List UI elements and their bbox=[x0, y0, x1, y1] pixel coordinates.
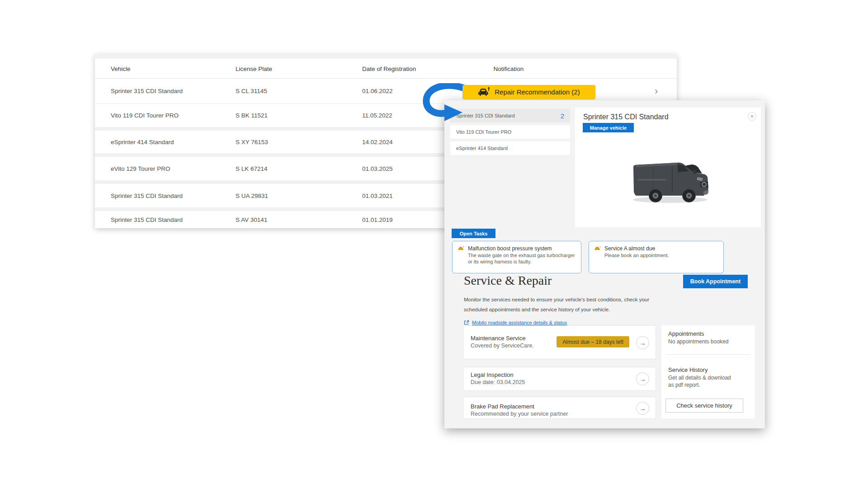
table-header-row: Vehicle License Plate Date of Registrati… bbox=[95, 59, 677, 79]
vehicle-cell: Vito 119 CDI Tourer PRO bbox=[111, 104, 179, 127]
service-card-title: Brake Pad Replacement bbox=[471, 403, 534, 410]
task-card-service-due[interactable]: Service A almost due Please book an appo… bbox=[589, 241, 724, 273]
notification-count-badge: 2 bbox=[561, 112, 564, 120]
vehicle-list-label: eSprinter 414 Standard bbox=[456, 145, 508, 151]
column-header-license-plate: License Plate bbox=[236, 59, 272, 79]
task-title: Malfunction boost pressure system bbox=[468, 245, 552, 252]
vehicle-list-label: Sprinter 315 CDI Standard bbox=[456, 113, 515, 118]
plate-cell: S XY 76153 bbox=[236, 131, 268, 153]
service-history-title: Service History bbox=[668, 366, 708, 373]
repair-recommendation-label: Repair Recommendation (2) bbox=[495, 88, 580, 96]
vehicle-list-item-selected[interactable]: Sprinter 315 CDI Standard 2 bbox=[450, 109, 570, 122]
almost-due-badge: Almost due – 18 days left bbox=[557, 336, 629, 347]
external-link-icon bbox=[464, 320, 469, 325]
page: Vehicle License Plate Date of Registrati… bbox=[0, 0, 868, 488]
service-repair-description: Monitor the services needed to ensure yo… bbox=[464, 295, 659, 315]
date-cell: 01.03.2025 bbox=[362, 157, 393, 180]
arrow-right-icon[interactable]: → bbox=[636, 402, 649, 415]
task-title: Service A almost due bbox=[604, 245, 655, 252]
service-repair-heading: Service & Repair bbox=[464, 273, 552, 288]
service-card-subtitle: Recommended by your service partner bbox=[471, 411, 568, 417]
service-card-title: Legal Inspection bbox=[471, 371, 514, 378]
plate-cell: S BK 11521 bbox=[236, 104, 268, 127]
date-cell: 01.06.2022 bbox=[362, 79, 393, 103]
plate-cell: S LK 67214 bbox=[236, 157, 268, 180]
arrow-right-icon[interactable]: → bbox=[636, 372, 649, 385]
plate-cell: S UA 29831 bbox=[236, 184, 268, 207]
appointments-title: Appointments bbox=[668, 330, 704, 337]
open-tasks-button[interactable]: Open Tasks bbox=[452, 229, 495, 238]
check-service-history-button[interactable]: Check service history bbox=[665, 399, 743, 413]
vehicle-list-item[interactable]: Vito 119 CDI Tourer PRO bbox=[450, 125, 570, 139]
date-cell: 01.01.2019 bbox=[362, 211, 393, 228]
plate-cell: S CL 31145 bbox=[236, 79, 267, 103]
vehicle-cell: Sprinter 315 CDI Standard bbox=[111, 211, 183, 228]
task-body: The waste gate on the exhaust gas turboc… bbox=[468, 252, 576, 265]
manage-vehicle-button[interactable]: Manage vehicle bbox=[583, 123, 634, 132]
vehicle-summary-card: Sprinter 315 CDI Standard × Manage vehic… bbox=[575, 108, 761, 227]
column-header-vehicle: Vehicle bbox=[111, 59, 131, 79]
repair-recommendation-badge[interactable]: Repair Recommendation (2) bbox=[462, 85, 595, 99]
mobilo-link-label: Mobilo roadside assistance details & sta… bbox=[472, 320, 567, 325]
vehicle-cell: Sprinter 315 CDI Standard bbox=[111, 184, 183, 207]
arrow-right-icon[interactable]: → bbox=[636, 336, 649, 349]
vehicle-cell: Sprinter 315 CDI Standard bbox=[111, 79, 183, 103]
service-card-title: Maintenance Service bbox=[471, 335, 525, 342]
car-alert-icon bbox=[458, 246, 464, 251]
column-header-notification: Notification bbox=[452, 59, 565, 79]
divider bbox=[666, 354, 750, 355]
car-alert-icon bbox=[478, 87, 490, 97]
service-card-brake-pad[interactable]: Brake Pad Replacement Recommended by you… bbox=[463, 397, 656, 419]
service-card-subtitle: Covered by ServiceCare. bbox=[471, 343, 534, 349]
date-cell: 14.02.2024 bbox=[362, 131, 393, 153]
service-card-maintenance[interactable]: Maintenance Service Covered by ServiceCa… bbox=[463, 325, 656, 359]
service-card-subtitle: Due date: 03.04.2025 bbox=[471, 379, 525, 385]
date-cell: 01.03.2021 bbox=[362, 184, 393, 207]
vehicle-cell: eVito 129 Tourer PRO bbox=[111, 157, 170, 180]
vehicle-list-label: Vito 119 CDI Tourer PRO bbox=[456, 129, 511, 135]
book-appointment-button[interactable]: Book Appointment bbox=[683, 275, 748, 288]
appointments-history-card: Appointments No appointments booked Serv… bbox=[661, 325, 755, 418]
vehicle-cell: eSprinter 414 Standard bbox=[111, 131, 174, 153]
mobilo-assistance-link[interactable]: Mobilo roadside assistance details & sta… bbox=[464, 320, 567, 325]
plate-cell: S AV 30141 bbox=[236, 211, 267, 228]
task-body: Please book an appointment. bbox=[604, 252, 712, 258]
task-card-malfunction[interactable]: Malfunction boost pressure system The wa… bbox=[452, 241, 581, 273]
van-image bbox=[627, 152, 713, 208]
car-alert-icon bbox=[594, 246, 601, 251]
vehicle-title: Sprinter 315 CDI Standard bbox=[583, 113, 669, 121]
close-icon[interactable]: × bbox=[748, 112, 756, 121]
column-header-registration-date: Date of Registration bbox=[362, 59, 416, 79]
service-card-legal-inspection[interactable]: Legal Inspection Due date: 03.04.2025 → bbox=[463, 367, 656, 391]
appointments-body: No appointments booked bbox=[668, 338, 728, 346]
date-cell: 11.05.2022 bbox=[362, 104, 392, 127]
vehicle-detail-panel: Sprinter 315 CDI Standard 2 Vito 119 CDI… bbox=[444, 100, 765, 428]
service-history-body: Get all details & download as pdf report… bbox=[668, 375, 734, 389]
row-chevron-icon[interactable]: › bbox=[655, 79, 658, 103]
vehicle-list-item[interactable]: eSprinter 414 Standard bbox=[450, 141, 570, 155]
